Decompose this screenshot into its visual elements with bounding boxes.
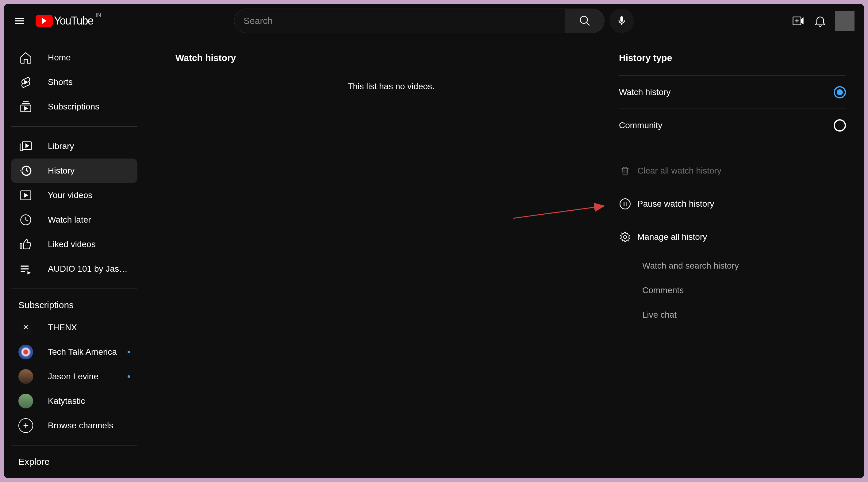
sidebar: Home Shorts Subscriptions Library — [4, 38, 145, 478]
history-type-community[interactable]: Community — [619, 109, 846, 142]
channel-avatar: ✕ — [19, 320, 33, 335]
sidebar-item-subscriptions[interactable]: Subscriptions — [11, 94, 137, 119]
sidebar-item-home[interactable]: Home — [11, 45, 137, 70]
liked-icon — [19, 237, 33, 252]
sidebar-item-playlist[interactable]: AUDIO 101 by Jaso… — [11, 257, 137, 281]
sidebar-item-label: AUDIO 101 by Jaso… — [48, 264, 130, 274]
action-label: Clear all watch history — [637, 166, 721, 176]
sidebar-item-label: Home — [48, 53, 71, 63]
panel-title: History type — [619, 53, 846, 63]
sidebar-item-label: Library — [48, 141, 74, 151]
logo[interactable]: YouTube IN — [36, 14, 101, 27]
history-icon — [19, 163, 33, 178]
pause-circle-icon — [619, 198, 631, 210]
logo-region: IN — [95, 12, 101, 19]
sidebar-item-label: Shorts — [48, 77, 73, 87]
new-content-dot — [128, 351, 130, 353]
logo-play-icon — [36, 15, 53, 27]
subscription-channel[interactable]: Tech Talk America — [11, 340, 137, 364]
library-icon — [19, 139, 33, 154]
create-icon — [791, 14, 805, 28]
sidebar-item-shorts[interactable]: Shorts — [11, 70, 137, 94]
action-label: Pause watch history — [637, 199, 714, 209]
sidebar-item-watch-later[interactable]: Watch later — [11, 207, 137, 232]
subscriptions-heading: Subscriptions — [11, 296, 137, 315]
channel-avatar — [19, 394, 33, 409]
subscriptions-icon — [19, 99, 33, 114]
comments-link[interactable]: Comments — [642, 278, 846, 302]
home-icon — [19, 50, 33, 65]
channel-name: THENX — [48, 323, 77, 332]
sidebar-item-label: Your videos — [48, 190, 92, 200]
page-title: Watch history — [176, 53, 607, 63]
notifications-button[interactable] — [813, 13, 828, 28]
new-content-dot — [128, 375, 130, 378]
sidebar-item-liked[interactable]: Liked videos — [11, 232, 137, 257]
channel-avatar — [19, 345, 33, 359]
search-icon — [579, 15, 591, 27]
browse-channels[interactable]: + Browse channels — [11, 413, 137, 438]
your-videos-icon — [19, 188, 33, 203]
sidebar-item-your-videos[interactable]: Your videos — [11, 183, 137, 207]
radio-label: Community — [619, 121, 662, 130]
create-button[interactable] — [791, 13, 805, 28]
empty-message: This list has no videos. — [176, 82, 607, 91]
radio-unselected-icon — [834, 119, 846, 132]
bell-icon — [813, 14, 827, 28]
channel-name: Jason Levine — [48, 372, 98, 381]
playlist-icon — [19, 261, 33, 276]
manage-history-button[interactable]: Manage all history — [619, 221, 846, 254]
search-input[interactable] — [234, 8, 565, 33]
svg-line-1 — [586, 22, 589, 26]
subscription-channel[interactable]: Jason Levine — [11, 364, 137, 389]
history-type-watch[interactable]: Watch history — [619, 76, 846, 109]
subscription-channel[interactable]: Katytastic — [11, 389, 137, 413]
channel-name: Tech Talk America — [48, 347, 117, 357]
radio-label: Watch history — [619, 87, 671, 97]
hamburger-icon — [13, 15, 26, 27]
sidebar-item-history[interactable]: History — [11, 159, 137, 183]
plus-circle-icon: + — [19, 418, 33, 433]
watch-search-history-link[interactable]: Watch and search history — [642, 254, 846, 278]
clear-history-button[interactable]: Clear all watch history — [619, 154, 846, 187]
avatar[interactable] — [835, 11, 855, 31]
voice-search-button[interactable] — [610, 8, 634, 33]
subscription-channel[interactable]: ✕ THENX — [11, 315, 137, 340]
sidebar-item-label: History — [48, 166, 74, 176]
radio-selected-icon — [834, 86, 846, 98]
action-label: Manage all history — [637, 232, 707, 242]
history-panel: History type Watch history Community Cle… — [607, 53, 846, 478]
sidebar-item-label: Browse channels — [48, 421, 113, 430]
svg-point-11 — [620, 199, 630, 209]
sidebar-item-label: Subscriptions — [48, 102, 99, 111]
channel-avatar — [19, 369, 33, 384]
gear-icon — [619, 231, 631, 243]
pause-history-button[interactable]: Pause watch history — [619, 187, 846, 221]
watch-later-icon — [19, 213, 33, 227]
trash-icon — [619, 165, 631, 177]
sidebar-item-label: Liked videos — [48, 239, 96, 249]
sidebar-item-label: Watch later — [48, 215, 91, 225]
search-button[interactable] — [565, 8, 604, 33]
live-chat-link[interactable]: Live chat — [642, 302, 846, 327]
channel-name: Katytastic — [48, 396, 85, 406]
explore-heading: Explore — [11, 453, 137, 472]
microphone-icon — [616, 15, 627, 26]
logo-text: YouTube — [54, 14, 93, 27]
menu-button[interactable] — [13, 15, 26, 27]
svg-point-14 — [624, 235, 627, 238]
svg-point-0 — [580, 16, 587, 23]
shorts-icon — [19, 75, 33, 90]
header: YouTube IN — [4, 4, 864, 38]
sidebar-item-library[interactable]: Library — [11, 134, 137, 159]
